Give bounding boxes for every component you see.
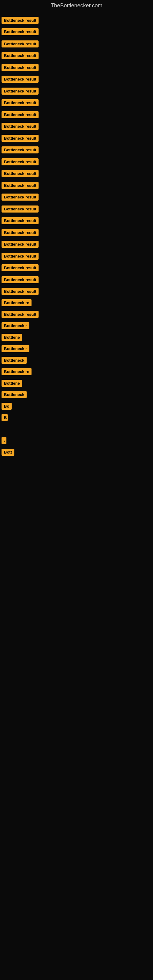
bottleneck-item: Bottleneck result	[2, 146, 38, 155]
bottleneck-badge: Bottleneck result	[2, 28, 38, 35]
bottleneck-badge: Bottleneck result	[2, 229, 38, 236]
bottleneck-badge: Bottleneck r	[2, 345, 29, 352]
bottleneck-badge: Bottleneck result	[2, 253, 38, 260]
bottleneck-item: Bottleneck	[2, 391, 27, 399]
bottleneck-item: Bottleneck result	[2, 135, 38, 143]
bottleneck-item: Bottleneck r	[2, 345, 29, 353]
bottleneck-badge: Bottlene	[2, 334, 22, 341]
bottleneck-item: Bottleneck result	[2, 123, 38, 131]
bottleneck-badge: Bottleneck result	[2, 135, 38, 142]
bottleneck-item: Bottleneck result	[2, 158, 38, 167]
bottleneck-badge: Bottleneck result	[2, 146, 38, 153]
bottleneck-badge: Bottleneck	[2, 391, 27, 398]
bottleneck-item: Bottleneck result	[2, 28, 38, 37]
bottleneck-item: Bottleneck r	[2, 322, 29, 331]
bottleneck-item: Bottleneck result	[2, 88, 38, 96]
bottleneck-item: Bo	[2, 403, 12, 411]
bottleneck-item: Bottleneck re	[2, 299, 32, 307]
bottleneck-badge: Bottleneck result	[2, 76, 38, 83]
bottleneck-item: Bott	[2, 449, 14, 457]
bottleneck-badge: Bottleneck result	[2, 170, 38, 177]
bottleneck-item: Bottleneck result	[2, 52, 38, 60]
bottleneck-item: Bottleneck result	[2, 253, 38, 261]
bottleneck-badge: Bottleneck r	[2, 322, 29, 329]
bottleneck-item: Bottleneck result	[2, 205, 38, 214]
bottleneck-item: Bottleneck result	[2, 194, 38, 202]
bottleneck-badge: Bottleneck result	[2, 194, 38, 200]
bottleneck-badge: Bottleneck result	[2, 17, 38, 24]
bottleneck-item: Bottleneck	[2, 357, 27, 365]
bottleneck-badge: Bottleneck result	[2, 111, 38, 118]
bottleneck-badge: Bottleneck result	[2, 288, 38, 295]
bottleneck-badge: Bottleneck re	[2, 368, 32, 375]
bottleneck-badge: Bottleneck result	[2, 241, 38, 248]
bottleneck-item: Bottleneck result	[2, 76, 38, 84]
site-title: TheBottlenecker.com	[0, 0, 153, 11]
bottleneck-item: Bottleneck re	[2, 368, 32, 376]
bottleneck-badge: Bottleneck result	[2, 158, 38, 165]
bottleneck-item: Bottleneck result	[2, 40, 38, 49]
bottleneck-badge: Bottleneck result	[2, 264, 38, 271]
bottleneck-badge: Bottleneck result	[2, 276, 38, 283]
bottleneck-badge: Bottleneck re	[2, 299, 32, 306]
bottleneck-item: Bottleneck result	[2, 17, 38, 25]
bottleneck-badge: Bottleneck result	[2, 52, 38, 59]
bottleneck-badge: Bottleneck result	[2, 99, 38, 106]
bottleneck-badge: Bottleneck result	[2, 40, 38, 48]
bottleneck-badge: Bottlene	[2, 380, 22, 387]
bottleneck-item: Bottleneck result	[2, 170, 38, 178]
bottleneck-item: Bottleneck result	[2, 217, 38, 225]
bottleneck-item: Bottleneck result	[2, 276, 38, 285]
bottleneck-badge: Bottleneck result	[2, 88, 38, 95]
bottleneck-badge: Bo	[2, 403, 12, 410]
bottleneck-badge: Bottleneck result	[2, 217, 38, 224]
bottleneck-badge: Bottleneck result	[2, 123, 38, 130]
bottleneck-badge: Bottleneck result	[2, 182, 38, 189]
bottleneck-item: Bottleneck result	[2, 288, 38, 296]
bottleneck-badge: Bottleneck result	[2, 311, 38, 318]
bottleneck-item: Bottleneck result	[2, 264, 38, 272]
bottleneck-badge: Bott	[2, 449, 14, 456]
bottleneck-item: Bottleneck result	[2, 111, 38, 119]
bottleneck-item: Bottleneck result	[2, 229, 38, 237]
bottleneck-item: B	[2, 414, 8, 422]
bottleneck-item: :	[2, 437, 6, 445]
bottleneck-item: Bottleneck result	[2, 64, 38, 72]
bottleneck-badge: B	[2, 414, 8, 421]
bottleneck-item: Bottleneck result	[2, 241, 38, 249]
bottleneck-badge: Bottleneck result	[2, 64, 38, 71]
bottleneck-item: Bottlene	[2, 334, 22, 342]
bottleneck-item: Bottleneck result	[2, 182, 38, 190]
bottleneck-badge: :	[2, 437, 6, 444]
bottleneck-item: Bottlene	[2, 380, 22, 388]
bottleneck-item: Bottleneck result	[2, 99, 38, 108]
bottleneck-badge: Bottleneck result	[2, 205, 38, 213]
bottleneck-badge: Bottleneck	[2, 357, 27, 364]
bottleneck-item: Bottleneck result	[2, 311, 38, 319]
